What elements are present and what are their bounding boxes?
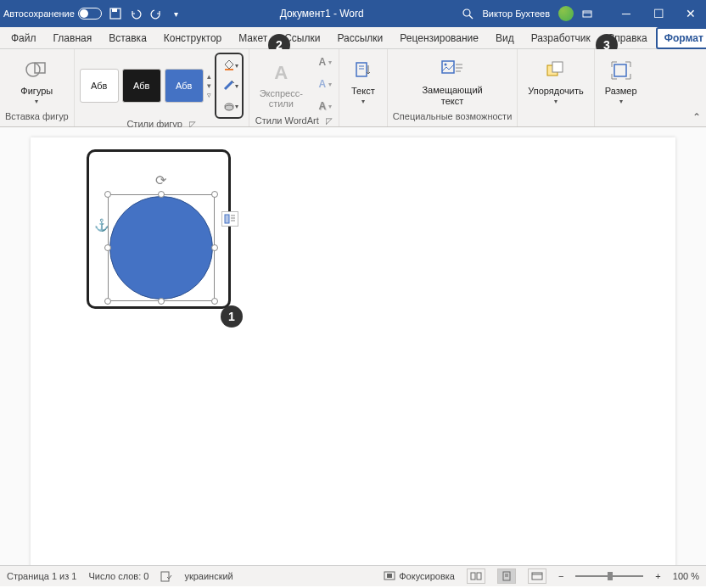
resize-handle[interactable] bbox=[158, 298, 165, 305]
document-area[interactable]: ⟳ ⚓ 1 bbox=[0, 127, 706, 565]
focus-label: Фокусировка bbox=[399, 571, 455, 581]
layout-options-button[interactable] bbox=[221, 211, 238, 227]
maximize-icon[interactable]: ☐ bbox=[647, 7, 670, 20]
svg-point-2 bbox=[463, 9, 470, 16]
rotate-handle-icon[interactable]: ⟳ bbox=[155, 172, 166, 188]
search-icon[interactable] bbox=[461, 7, 474, 20]
resize-handle[interactable] bbox=[104, 191, 111, 198]
spellcheck-icon[interactable] bbox=[160, 570, 172, 582]
text-button[interactable]: Текст ▾ bbox=[345, 55, 382, 107]
svg-rect-14 bbox=[442, 61, 454, 73]
shapes-button[interactable]: Фигуры ▾ bbox=[15, 55, 58, 107]
ribbon-tabs: Файл Главная Вставка Конструктор Макет С… bbox=[0, 27, 706, 49]
autosave-toggle[interactable]: Автосохранение bbox=[3, 8, 102, 20]
tab-shape-format[interactable]: Формат фигу bbox=[657, 28, 706, 48]
qat-more-icon[interactable]: ▾ bbox=[170, 7, 183, 20]
read-mode-icon[interactable] bbox=[467, 568, 485, 584]
group-insert-shapes: Фигуры ▾ Вставка фигур bbox=[0, 49, 75, 126]
selection-highlight-box: ⟳ ⚓ bbox=[87, 149, 231, 309]
group-label-wordart: Стили WordArt bbox=[255, 115, 319, 126]
svg-point-15 bbox=[445, 64, 447, 66]
resize-handle[interactable] bbox=[158, 191, 165, 198]
save-icon[interactable] bbox=[109, 7, 122, 20]
minimize-icon[interactable]: ─ bbox=[614, 7, 638, 20]
tab-home[interactable]: Главная bbox=[46, 28, 100, 48]
svg-line-3 bbox=[469, 15, 473, 19]
focus-mode-button[interactable]: Фокусировка bbox=[384, 571, 455, 581]
resize-handle[interactable] bbox=[104, 244, 111, 251]
size-button[interactable]: Размер ▾ bbox=[600, 55, 642, 107]
text-label: Текст bbox=[351, 86, 375, 96]
zoom-out-button[interactable]: − bbox=[558, 571, 563, 581]
print-layout-icon[interactable] bbox=[497, 568, 516, 584]
resize-handle[interactable] bbox=[211, 298, 218, 305]
chevron-up-icon: ▴ bbox=[207, 72, 211, 81]
autosave-label: Автосохранение bbox=[3, 8, 75, 19]
arrange-label: Упорядочить bbox=[528, 86, 583, 96]
zoom-level[interactable]: 100 % bbox=[673, 571, 699, 581]
more-icon: ▿ bbox=[207, 91, 211, 99]
shapes-label: Фигуры bbox=[20, 86, 53, 96]
tab-review[interactable]: Рецензирование bbox=[392, 28, 486, 48]
resize-handle[interactable] bbox=[211, 191, 218, 198]
document-title: Документ1 - Word bbox=[183, 8, 461, 20]
status-word-count[interactable]: Число слов: 0 bbox=[88, 571, 148, 581]
tab-insert[interactable]: Вставка bbox=[101, 28, 154, 48]
alt-text-button[interactable]: Замещающий текст bbox=[417, 54, 487, 107]
shape-fill-button[interactable]: ▾ bbox=[218, 56, 240, 75]
chevron-down-icon: ▾ bbox=[35, 98, 38, 105]
avatar[interactable] bbox=[558, 6, 574, 21]
svg-rect-29 bbox=[471, 573, 475, 580]
wordart-styles-button: A Экспресс- стили bbox=[255, 58, 308, 110]
collapse-ribbon-icon[interactable]: ⌃ bbox=[692, 111, 701, 123]
oval-shape[interactable] bbox=[109, 196, 213, 300]
group-label-size bbox=[619, 109, 622, 123]
svg-rect-22 bbox=[225, 215, 229, 223]
chevron-down-icon: ▾ bbox=[361, 98, 365, 105]
zoom-in-button[interactable]: + bbox=[655, 571, 660, 581]
tab-view[interactable]: Вид bbox=[488, 28, 522, 48]
tab-design[interactable]: Конструктор bbox=[156, 28, 229, 48]
shape-outline-button[interactable]: ▾ bbox=[218, 76, 240, 95]
resize-handle[interactable] bbox=[104, 298, 111, 305]
style-swatch-2[interactable]: Абв bbox=[122, 69, 161, 103]
shapes-icon bbox=[23, 57, 50, 84]
titlebar: Автосохранение ▾ Документ1 - Word Виктор… bbox=[0, 0, 706, 27]
style-swatch-1[interactable]: Абв bbox=[80, 69, 119, 103]
svg-rect-21 bbox=[614, 64, 626, 76]
ribbon: Фигуры ▾ Вставка фигур Абв Абв Абв ▴ ▾ ▿… bbox=[0, 49, 706, 127]
style-swatch-3[interactable]: Абв bbox=[165, 69, 204, 103]
zoom-thumb[interactable] bbox=[608, 572, 613, 580]
tab-mailings[interactable]: Рассылки bbox=[329, 28, 390, 48]
arrange-button[interactable]: Упорядочить ▾ bbox=[523, 55, 588, 107]
group-label-arrange bbox=[555, 109, 558, 123]
shape-effects-button[interactable]: ▾ bbox=[218, 97, 240, 115]
svg-rect-28 bbox=[387, 574, 392, 578]
redo-icon[interactable] bbox=[149, 7, 163, 20]
group-accessibility: Замещающий текст Специальные возможности bbox=[388, 49, 518, 126]
status-page[interactable]: Страница 1 из 1 bbox=[7, 571, 76, 581]
style-gallery-nav[interactable]: ▴ ▾ ▿ bbox=[207, 72, 211, 99]
tab-file[interactable]: Файл bbox=[3, 28, 44, 48]
status-language[interactable]: украинский bbox=[184, 571, 233, 581]
zoom-slider[interactable] bbox=[575, 575, 643, 577]
arrange-icon bbox=[542, 57, 569, 84]
user-name: Виктор Бухтеев bbox=[483, 8, 550, 19]
svg-rect-34 bbox=[532, 573, 542, 580]
undo-icon[interactable] bbox=[129, 7, 143, 20]
dialog-launcher-icon[interactable]: ◸ bbox=[326, 116, 333, 126]
chevron-down-icon: ▾ bbox=[207, 81, 211, 90]
chevron-down-icon: ▾ bbox=[554, 98, 558, 105]
close-icon[interactable]: ✕ bbox=[679, 7, 703, 20]
resize-handle[interactable] bbox=[211, 244, 218, 251]
page[interactable]: ⟳ ⚓ 1 bbox=[31, 137, 675, 565]
text-direction-icon bbox=[350, 57, 377, 84]
text-fill-button: A▾ bbox=[311, 53, 333, 71]
svg-rect-1 bbox=[112, 8, 117, 12]
tab-developer[interactable]: Разработчик bbox=[524, 28, 598, 48]
group-wordart-styles: A Экспресс- стили A▾ A▾ A▾ Стили WordArt… bbox=[249, 49, 339, 126]
web-layout-icon[interactable] bbox=[528, 568, 546, 584]
ribbon-display-icon[interactable] bbox=[582, 8, 606, 19]
statusbar: Страница 1 из 1 Число слов: 0 украинский… bbox=[0, 565, 706, 586]
chevron-down-icon: ▾ bbox=[619, 98, 623, 105]
